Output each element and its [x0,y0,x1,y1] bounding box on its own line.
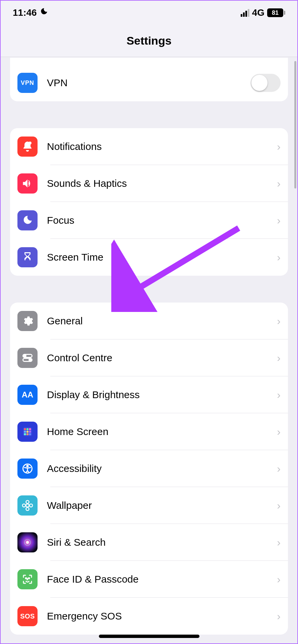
row-faceid[interactable]: Face ID & Passcode › [10,561,288,598]
siri-icon [17,532,38,552]
chevron-right-icon: › [277,536,281,549]
row-label: Siri & Search [47,537,277,548]
svg-rect-9 [24,431,26,433]
gear-icon [17,311,38,331]
row-label: VPN [47,77,250,89]
chevron-right-icon: › [277,573,281,586]
status-bar: 11:46 4G 81 [1,1,297,25]
hourglass-icon [17,247,38,267]
chevron-right-icon: › [277,463,281,475]
row-focus[interactable]: Focus › [10,202,288,239]
flower-icon [17,495,38,516]
chevron-right-icon: › [277,315,281,327]
vpn-icon: VPN [17,73,38,93]
scrollbar[interactable] [294,61,296,189]
group-attention: Notifications › Sounds & Haptics › Focus… [10,128,288,276]
chevron-right-icon: › [277,352,281,364]
svg-point-24 [25,578,26,579]
status-left: 11:46 [13,7,48,18]
moon-icon [17,210,38,230]
row-vpn[interactable]: VPN VPN [10,64,288,101]
chevron-right-icon: › [277,499,281,512]
text-size-icon: AA [17,385,38,405]
network-label: 4G [252,7,264,18]
row-label: Wallpaper [47,500,277,511]
svg-rect-12 [24,433,26,435]
chevron-right-icon: › [277,426,281,438]
bell-icon [17,137,38,157]
row-wallpaper[interactable]: Wallpaper › [10,487,288,524]
page-title: Settings [1,25,297,57]
svg-rect-6 [24,428,26,430]
row-label: Screen Time [47,252,277,263]
svg-point-0 [28,142,32,145]
status-right: 4G 81 [241,7,285,18]
svg-point-21 [29,504,33,507]
svg-point-18 [26,500,29,503]
chevron-right-icon: › [277,389,281,401]
focus-moon-icon [40,7,48,18]
row-label: Focus [47,215,277,226]
home-indicator[interactable] [99,635,199,638]
chevron-right-icon: › [277,141,281,153]
row-label: Notifications [47,141,277,152]
row-label: Display & Brightness [47,389,277,400]
group-device: General › Control Centre › AA Display & … [10,303,288,635]
chevron-right-icon: › [277,251,281,264]
row-label: Emergency SOS [47,610,277,622]
row-label: Home Screen [47,426,277,437]
row-sos[interactable]: SOS Emergency SOS › [10,598,288,635]
svg-point-2 [24,355,26,357]
svg-point-25 [28,578,29,579]
row-homescreen[interactable]: Home Screen › [10,413,288,450]
battery-icon: 81 [267,8,285,17]
settings-list[interactable]: VPN VPN Notifications › Sounds & Haptics… [1,58,297,643]
row-general[interactable]: General › [10,303,288,339]
sos-icon: SOS [17,606,38,626]
chevron-right-icon: › [277,610,281,623]
row-accessibility[interactable]: Accessibility › [10,450,288,487]
apps-grid-icon [17,422,38,442]
battery-level: 81 [267,8,283,17]
group-connectivity: VPN VPN [10,58,288,101]
row-label: Accessibility [47,463,277,474]
svg-rect-8 [29,428,31,430]
faceid-icon [17,569,38,589]
row-siri[interactable]: Siri & Search › [10,524,288,561]
row-label: Face ID & Passcode [47,574,277,585]
row-screentime[interactable]: Screen Time › [10,239,288,276]
svg-point-20 [22,504,25,507]
svg-rect-13 [26,433,28,435]
row-sounds[interactable]: Sounds & Haptics › [10,165,288,202]
row-display[interactable]: AA Display & Brightness › [10,376,288,413]
svg-rect-11 [29,431,31,433]
accessibility-icon [17,459,38,479]
row-label: Control Centre [47,352,277,364]
vpn-toggle[interactable] [250,74,281,92]
row-label: Sounds & Haptics [47,178,277,189]
chevron-right-icon: › [277,214,281,227]
status-time: 11:46 [13,7,37,18]
chevron-right-icon: › [277,177,281,190]
svg-point-4 [29,359,31,361]
svg-rect-14 [29,433,31,435]
speaker-icon [17,173,38,194]
svg-point-16 [27,465,28,467]
svg-rect-10 [26,431,28,433]
row-label: General [47,315,277,327]
svg-point-19 [26,507,29,511]
signal-icon [241,9,249,17]
svg-rect-7 [26,428,28,430]
toggles-icon [17,348,38,368]
row-controlcentre[interactable]: Control Centre › [10,339,288,376]
row-notifications[interactable]: Notifications › [10,128,288,165]
svg-point-23 [26,541,29,544]
svg-point-17 [26,504,29,507]
